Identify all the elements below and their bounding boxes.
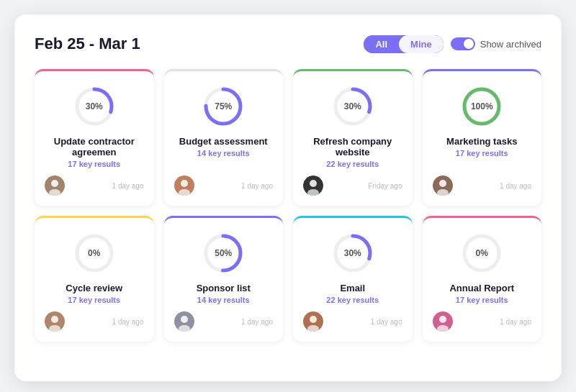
avatar: [174, 311, 194, 332]
card-title: Cycle review: [66, 283, 122, 293]
card-subtext: 17 key results: [456, 296, 508, 304]
avatar: [433, 176, 453, 196]
card-percent: 75%: [215, 101, 232, 111]
task-card[interactable]: 50% Sponsor list 14 key results 1 day ag…: [164, 216, 284, 342]
svg-point-18: [439, 180, 446, 187]
avatar: [45, 176, 65, 196]
avatar: [174, 176, 194, 196]
card-subtext: 22 key results: [326, 296, 379, 304]
card-chart: 50%: [201, 231, 246, 275]
card-percent: 30%: [344, 248, 361, 258]
card-subtext: 22 key results: [326, 160, 379, 168]
card-percent: 30%: [86, 101, 103, 111]
svg-point-23: [51, 316, 58, 323]
task-card[interactable]: 30% Refresh company website 22 key resul…: [293, 69, 413, 206]
card-title: Sponsor list: [197, 283, 251, 293]
show-archived-toggle[interactable]: [451, 37, 475, 50]
card-time: 1 day ago: [371, 318, 402, 326]
toggle-thumb: [464, 39, 474, 49]
header-controls: All Mine Show archived: [364, 35, 541, 53]
filter-all-button[interactable]: All: [364, 35, 399, 53]
card-footer: Friday ago: [303, 176, 402, 196]
card-percent: 0%: [476, 248, 488, 258]
card-footer: 1 day ago: [433, 176, 532, 196]
avatar: [433, 311, 453, 332]
card-footer: 1 day ago: [433, 311, 532, 332]
show-archived-label: Show archived: [480, 39, 541, 50]
card-chart: 0%: [72, 231, 117, 275]
page-title: Feb 25 - Mar 1: [35, 35, 140, 53]
card-percent: 100%: [471, 101, 493, 111]
header: Feb 25 - Mar 1 All Mine Show archived: [35, 35, 541, 53]
filter-mine-button[interactable]: Mine: [399, 35, 444, 53]
card-title: Refresh company website: [303, 136, 402, 158]
avatar: [303, 311, 323, 332]
card-percent: 0%: [88, 248, 100, 258]
avatar: [45, 311, 65, 332]
avatar: [303, 176, 323, 196]
task-card[interactable]: 75% Budget assessment 14 key results 1 d…: [164, 69, 284, 206]
svg-point-13: [310, 180, 317, 187]
card-subtext: 14 key results: [197, 149, 250, 158]
task-card[interactable]: 30% Update contractor agreemen 17 key re…: [35, 69, 154, 206]
svg-point-33: [310, 316, 317, 323]
card-footer: 1 day ago: [45, 311, 144, 332]
show-archived-toggle-group: Show archived: [451, 37, 541, 50]
card-time: Friday ago: [368, 182, 402, 190]
card-title: Budget assessment: [179, 136, 268, 147]
svg-point-28: [181, 316, 188, 323]
card-time: 1 day ago: [112, 318, 144, 326]
card-time: 1 day ago: [112, 182, 144, 190]
card-footer: 1 day ago: [174, 176, 274, 196]
card-title: Update contractor agreemen: [45, 136, 144, 158]
svg-point-3: [51, 180, 58, 187]
card-footer: 1 day ago: [303, 311, 402, 332]
svg-point-8: [181, 180, 188, 187]
task-card[interactable]: 0% Cycle review 17 key results 1 day ago: [35, 216, 154, 342]
card-percent: 30%: [344, 101, 361, 111]
card-chart: 100%: [459, 84, 504, 129]
filter-group: All Mine: [364, 35, 443, 53]
card-time: 1 day ago: [241, 318, 273, 326]
card-percent: 50%: [215, 248, 232, 258]
card-subtext: 17 key results: [456, 149, 508, 158]
task-card[interactable]: 30% Email 22 key results 1 day ago: [293, 216, 413, 342]
card-subtext: 17 key results: [68, 160, 120, 168]
card-subtext: 17 key results: [68, 296, 120, 304]
card-chart: 75%: [201, 84, 246, 129]
card-title: Marketing tasks: [446, 136, 517, 147]
card-chart: 30%: [72, 84, 117, 129]
svg-point-38: [439, 316, 446, 323]
card-title: Annual Report: [449, 283, 514, 293]
cards-grid: 30% Update contractor agreemen 17 key re…: [35, 69, 541, 342]
card-footer: 1 day ago: [45, 176, 144, 196]
card-subtext: 14 key results: [197, 296, 250, 304]
card-title: Email: [340, 283, 365, 293]
card-chart: 30%: [330, 231, 375, 275]
card-chart: 30%: [330, 84, 375, 129]
card-chart: 0%: [459, 231, 504, 275]
app-container: Feb 25 - Mar 1 All Mine Show archived 30…: [14, 14, 562, 381]
card-time: 1 day ago: [241, 182, 273, 190]
task-card[interactable]: 100% Marketing tasks 17 key results 1 da…: [423, 69, 542, 206]
card-time: 1 day ago: [500, 182, 531, 190]
card-time: 1 day ago: [500, 318, 531, 326]
task-card[interactable]: 0% Annual Report 17 key results 1 day ag…: [423, 216, 542, 342]
card-footer: 1 day ago: [174, 311, 274, 332]
